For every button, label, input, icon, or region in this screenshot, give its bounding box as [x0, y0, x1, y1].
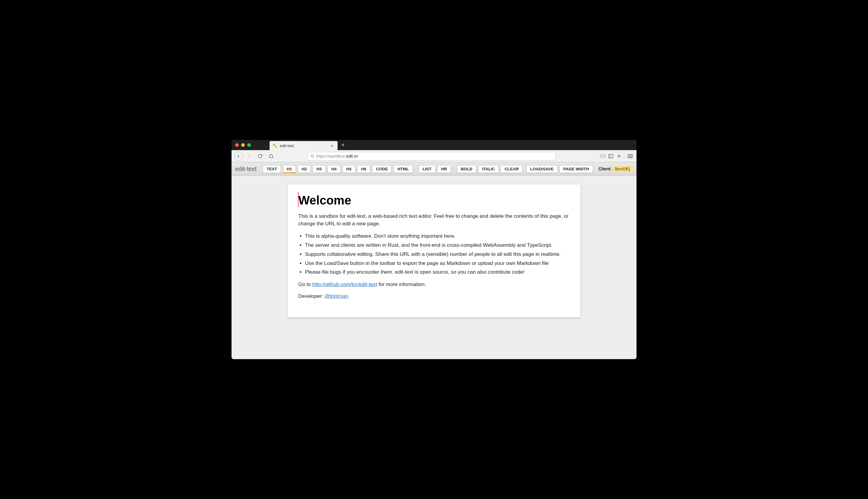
- minimize-window-button[interactable]: [241, 143, 245, 147]
- close-tab-button[interactable]: ×: [329, 143, 335, 148]
- heading-text: Welcome: [298, 194, 351, 207]
- bullet-list[interactable]: This is alpha-quality software. Don't st…: [305, 232, 570, 277]
- paragraph[interactable]: This is a sandbox for edit-text, a web-b…: [298, 212, 570, 228]
- load-save-button[interactable]: LOAD/SAVE: [526, 165, 558, 173]
- url-bar: https://sandbox.edit.io/: [308, 152, 556, 160]
- titlebar: ✏️ edit-text × +: [231, 140, 637, 150]
- window-controls: [231, 143, 254, 147]
- list-item[interactable]: This is alpha-quality software. Don't st…: [305, 232, 570, 241]
- overflow-icon[interactable]: [616, 154, 621, 158]
- tabstrip: ✏️ edit-text × +: [269, 140, 349, 150]
- paragraph[interactable]: Go to http://github.com/tcr/edit-text fo…: [298, 281, 570, 289]
- text: for more information.: [377, 281, 426, 287]
- svg-point-0: [311, 155, 313, 157]
- text-button[interactable]: TEXT: [263, 165, 281, 173]
- browser-window: ✏️ edit-text × + https://sa: [231, 140, 637, 359]
- list-item[interactable]: Use the Load/Save button in the toolbar …: [305, 259, 570, 268]
- text: Developer:: [298, 293, 325, 299]
- clear-button[interactable]: CLEAR: [501, 165, 522, 173]
- text-cursor: [298, 192, 299, 207]
- document-area[interactable]: Welcome This is a sandbox for edit-text,…: [231, 175, 637, 359]
- h4-button[interactable]: H4: [327, 165, 340, 173]
- italic-button[interactable]: ITALIC: [478, 165, 499, 173]
- bold-button[interactable]: BOLD: [457, 165, 476, 173]
- client-info: Client: bvut0j: [599, 167, 633, 171]
- search-icon: [310, 154, 314, 158]
- tab-title: edit-text: [280, 144, 327, 148]
- document-page[interactable]: Welcome This is a sandbox for edit-text,…: [287, 185, 581, 317]
- forward-button[interactable]: [245, 151, 254, 161]
- text: Go to: [298, 281, 312, 287]
- svg-rect-2: [600, 154, 605, 158]
- url-path: /: [357, 154, 359, 159]
- list-item[interactable]: The server and clients are written in Ru…: [305, 241, 570, 250]
- code-button[interactable]: CODE: [372, 165, 392, 173]
- h6-button[interactable]: H6: [357, 165, 370, 173]
- close-window-button[interactable]: [235, 143, 239, 147]
- navbar-right: [600, 153, 634, 159]
- heading-1[interactable]: Welcome: [298, 194, 570, 207]
- url-prefix: https://sandbox.: [316, 154, 346, 159]
- pencil-icon: ✏️: [273, 144, 277, 148]
- toolbar-list-group: LIST HR: [419, 165, 451, 173]
- svg-line-1: [313, 157, 314, 157]
- back-button[interactable]: [234, 151, 243, 161]
- h5-button[interactable]: H5: [342, 165, 355, 173]
- list-item[interactable]: Supports collaborative editing. Share th…: [305, 250, 570, 259]
- menu-button[interactable]: [627, 154, 633, 158]
- hr-button[interactable]: HR: [437, 165, 451, 173]
- client-id: bvut0j: [613, 166, 633, 172]
- h3-button[interactable]: H3: [313, 165, 326, 173]
- paragraph[interactable]: Developer: @trimryan: [298, 293, 570, 300]
- page-width-button[interactable]: PAGE WIDTH: [559, 165, 593, 173]
- repo-link[interactable]: http://github.com/tcr/edit-text: [312, 281, 377, 287]
- svg-rect-7: [609, 154, 613, 158]
- client-label: Client:: [599, 167, 613, 171]
- list-item[interactable]: Please file bugs if you encounter them. …: [305, 268, 570, 277]
- new-tab-button[interactable]: +: [338, 142, 349, 149]
- browser-tab[interactable]: ✏️ edit-text ×: [269, 141, 338, 150]
- app-name: edit-text: [235, 166, 256, 172]
- url-input[interactable]: https://sandbox.edit.io/: [308, 152, 556, 160]
- reader-mode-icon[interactable]: [600, 154, 605, 158]
- reload-button[interactable]: [256, 151, 265, 161]
- url-text: https://sandbox.edit.io/: [316, 154, 359, 159]
- fullscreen-window-button[interactable]: [247, 143, 251, 147]
- url-domain: edit.io: [346, 154, 357, 159]
- toolbar-right-group: LOAD/SAVE PAGE WIDTH Client: bvut0j: [526, 165, 633, 173]
- home-button[interactable]: [267, 151, 276, 161]
- html-button[interactable]: HTML: [394, 165, 413, 173]
- h2-button[interactable]: H2: [298, 165, 311, 173]
- app-toolbar: edit-text TEXT H1 H2 H3 H4 H5 H6 CODE HT…: [231, 162, 637, 175]
- toolbar-inline-group: BOLD ITALIC CLEAR: [457, 165, 522, 173]
- sidebar-icon[interactable]: [608, 154, 613, 158]
- h1-button[interactable]: H1: [283, 165, 296, 173]
- navbar: https://sandbox.edit.io/: [231, 150, 637, 162]
- list-button[interactable]: LIST: [419, 165, 435, 173]
- toolbar-block-group: TEXT H1 H2 H3 H4 H5 H6 CODE HTML: [263, 165, 413, 173]
- developer-link[interactable]: @trimryan: [325, 293, 349, 299]
